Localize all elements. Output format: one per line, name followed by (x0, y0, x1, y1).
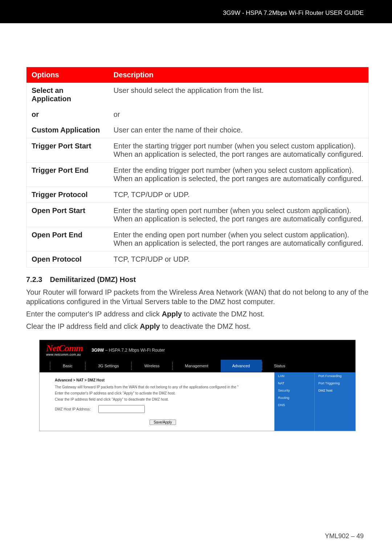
section-paragraph-1: Your Router will forward IP packets from… (26, 287, 369, 306)
submenu-item-dmz-host[interactable]: DMZ host (315, 387, 355, 394)
tab-advanced[interactable]: Advanced (221, 360, 262, 372)
sidebar-item-security[interactable]: Security (274, 387, 314, 394)
table-row: Trigger Port StartEnter the starting tri… (26, 138, 369, 163)
table-row: Open Port EndEnter the ending open port … (26, 227, 369, 252)
save-apply-button[interactable]: Save/Apply (150, 420, 176, 425)
option-label: or (26, 107, 109, 122)
logo-wrap: NetComm www.netcomm.com.au (46, 344, 83, 356)
router-screenshot: NetComm www.netcomm.com.au 3G9W – HSPA 7… (39, 340, 356, 431)
tab-management[interactable]: Management (172, 362, 221, 370)
option-desc: or (109, 107, 369, 122)
section-paragraph-2: Enter the computer's IP address and clic… (26, 309, 369, 319)
shot-line-2: Enter the computer's IP address and clic… (55, 391, 271, 395)
section-heading: 7.2.3 Demilitarized (DMZ) Host (26, 275, 369, 284)
main-tabs: Basic3G SettingsWirelessManagementAdvanc… (40, 359, 355, 372)
screenshot-header: NetComm www.netcomm.com.au 3G9W – HSPA 7… (40, 340, 355, 359)
ip-row: DMZ Host IP Address: (55, 405, 271, 413)
ip-label: DMZ Host IP Address: (55, 407, 91, 411)
option-label: Trigger Protocol (26, 187, 109, 203)
sidebar-item-lan[interactable]: LAN (274, 372, 314, 380)
header-bar: 3G9W - HSPA 7.2Mbps Wi-Fi Router USER GU… (0, 0, 392, 23)
submenu-item-port-forwarding[interactable]: Port Forwarding (315, 372, 355, 380)
side-menu: LANNATSecurityRoutingDNS (274, 372, 314, 431)
table-row: Trigger ProtocolTCP, TCP/UDP or UDP. (26, 187, 369, 203)
table-row: Custom ApplicationUser can enter the nam… (26, 122, 369, 138)
page-footer: YML902 – 49 (325, 532, 364, 540)
table-row: Trigger Port EndEnter the ending trigger… (26, 163, 369, 187)
tab-3g-settings[interactable]: 3G Settings (85, 362, 131, 370)
col-description: Description (109, 67, 369, 83)
section-title: Demilitarized (DMZ) Host (50, 275, 136, 283)
option-label: Open Port Start (26, 203, 109, 227)
header-title: 3G9W - HSPA 7.2Mbps Wi-Fi Router USER GU… (0, 0, 392, 17)
option-label: Custom Application (26, 122, 109, 138)
option-desc: TCP, TCP/UDP or UDP. (109, 187, 369, 203)
tab-basic[interactable]: Basic (50, 362, 85, 370)
options-table: Options Description Select an Applicatio… (26, 67, 369, 267)
option-label: Trigger Port Start (26, 138, 109, 163)
screenshot-title: 3G9W – HSPA 7.2 Mbps Wi-Fi Router (91, 348, 165, 353)
option-desc: User should select the application from … (109, 83, 369, 107)
option-label: Trigger Port End (26, 163, 109, 187)
brand-logo: NetComm (46, 344, 83, 353)
option-desc: Enter the starting trigger port number (… (109, 138, 369, 163)
breadcrumb: Advanced > NAT > DMZ Host (55, 378, 271, 382)
option-desc: User can enter the name of their choice. (109, 122, 369, 138)
option-desc: Enter the ending trigger port number (wh… (109, 163, 369, 187)
dmz-ip-input[interactable] (98, 405, 145, 413)
table-row: Open Port StartEnter the starting open p… (26, 203, 369, 227)
table-row: oror (26, 107, 369, 122)
table-row: Select an ApplicationUser should select … (26, 83, 369, 107)
option-desc: Enter the starting open port number (whe… (109, 203, 369, 227)
shot-line-3: Clear the IP address field and click "Ap… (55, 397, 271, 401)
option-label: Open Protocol (26, 252, 109, 267)
tab-status[interactable]: Status (262, 362, 298, 370)
option-desc: Enter the ending open port number (when … (109, 227, 369, 252)
section-number: 7.2.3 (26, 275, 48, 284)
option-desc: TCP, TCP/UDP or UDP. (109, 252, 369, 267)
sidebar-item-nat[interactable]: NAT (274, 380, 314, 387)
brand-url: www.netcomm.com.au (46, 353, 83, 356)
screenshot-body: Advanced > NAT > DMZ Host The Gateway wi… (40, 372, 274, 431)
sidebar-item-dns[interactable]: DNS (274, 401, 314, 409)
tab-wireless[interactable]: Wireless (131, 362, 172, 370)
option-label: Open Port End (26, 227, 109, 252)
submenu-item-port-triggering[interactable]: Port Triggering (315, 380, 355, 387)
table-row: Open ProtocolTCP, TCP/UDP or UDP. (26, 252, 369, 267)
sub-menu: Port ForwardingPort TriggeringDMZ host (314, 372, 355, 431)
option-label: Select an Application (26, 83, 109, 107)
sidebar-item-routing[interactable]: Routing (274, 394, 314, 401)
col-options: Options (26, 67, 109, 83)
shot-line-1: The Gateway will forward IP packets from… (55, 385, 271, 389)
section-paragraph-3: Clear the IP address field and click App… (26, 322, 369, 331)
